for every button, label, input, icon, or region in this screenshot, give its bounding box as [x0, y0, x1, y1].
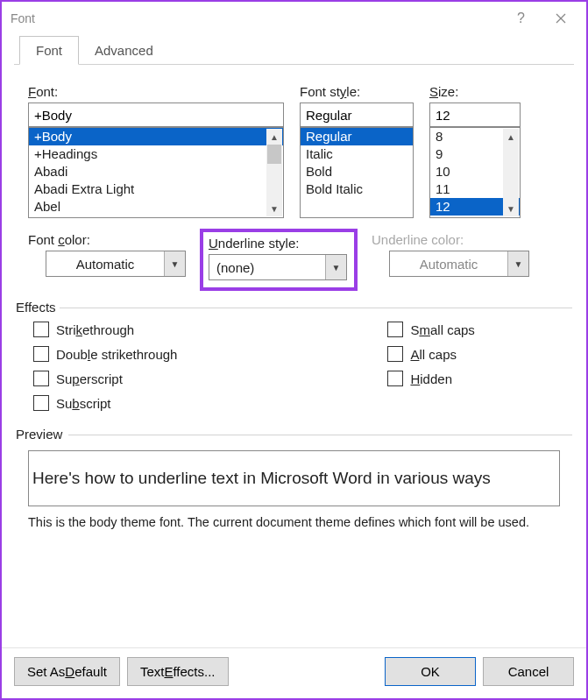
size-input[interactable] [429, 103, 521, 127]
underline-style-highlight: Underline style: (none) ▼ [200, 229, 358, 291]
scroll-thumb[interactable] [267, 145, 281, 164]
fontcolor-label: Font color: [28, 232, 186, 247]
allcaps-checkbox[interactable]: All caps [387, 346, 474, 362]
fontstyle-option-bolditalic[interactable]: Bold Italic [301, 180, 413, 198]
font-input[interactable] [28, 103, 284, 127]
font-option-body[interactable]: +Body [29, 128, 283, 145]
underlinestyle-combo[interactable]: (none) ▼ [209, 254, 347, 280]
strikethrough-checkbox[interactable]: Strikethrough [33, 322, 177, 337]
font-dialog: Font ? Font Advanced Font: +Body +Headin… [0, 0, 588, 700]
tab-strip: Font Advanced [2, 35, 586, 65]
underlinecolor-value: Automatic [390, 257, 507, 272]
chevron-down-icon: ▼ [507, 251, 528, 276]
svg-text:?: ? [517, 12, 525, 25]
tab-advanced[interactable]: Advanced [79, 37, 169, 64]
font-label: Font: [28, 84, 284, 99]
underlinecolor-label: Underline color: [372, 232, 529, 247]
effects-group-label: Effects [16, 300, 560, 315]
close-button[interactable] [541, 4, 581, 32]
scroll-up-icon[interactable]: ▲ [266, 129, 282, 145]
fontstyle-option-bold[interactable]: Bold [301, 163, 413, 180]
smallcaps-checkbox[interactable]: Small caps [387, 322, 474, 337]
superscript-checkbox[interactable]: Superscript [33, 371, 177, 386]
size-scrollbar[interactable]: ▲ ▼ [503, 129, 519, 216]
tab-font[interactable]: Font [19, 36, 79, 65]
set-as-default-button[interactable]: Set As Default [14, 657, 120, 686]
dialog-body: Font: +Body +Headings Abadi Abadi Extra … [2, 65, 586, 647]
preview-text: Here's how to underline text in Microsof… [32, 469, 491, 488]
scroll-down-icon[interactable]: ▼ [266, 201, 282, 216]
fontstyle-label: Font style: [300, 84, 414, 99]
font-listbox[interactable]: +Body +Headings Abadi Abadi Extra Light … [28, 127, 284, 218]
help-button[interactable]: ? [500, 4, 541, 32]
fontstyle-option-regular[interactable]: Regular [301, 128, 413, 145]
font-scrollbar[interactable]: ▲ ▼ [266, 129, 282, 216]
font-option-abadi[interactable]: Abadi [29, 163, 283, 180]
fontstyle-input[interactable] [300, 103, 414, 127]
preview-description: This is the body theme font. The current… [28, 515, 560, 529]
scroll-up-icon[interactable]: ▲ [503, 129, 519, 145]
dialog-footer: Set As Default Text Effects... OK Cancel [2, 647, 586, 698]
double-strikethrough-checkbox[interactable]: Double strikethrough [33, 346, 177, 362]
fontstyle-listbox[interactable]: Regular Italic Bold Bold Italic [300, 127, 414, 218]
underlinestyle-value: (none) [209, 260, 325, 275]
titlebar: Font ? [2, 2, 586, 35]
hidden-checkbox[interactable]: Hidden [387, 371, 474, 386]
font-option-headings[interactable]: +Headings [29, 145, 283, 163]
size-listbox[interactable]: 8 9 10 11 12 ▲ ▼ [429, 127, 521, 218]
font-option-abel[interactable]: Abel [29, 198, 283, 216]
fontcolor-combo[interactable]: Automatic ▼ [46, 251, 186, 277]
preview-box: Here's how to underline text in Microsof… [28, 450, 560, 506]
cancel-button[interactable]: Cancel [483, 657, 574, 686]
underlinecolor-combo: Automatic ▼ [389, 251, 529, 277]
text-effects-button[interactable]: Text Effects... [127, 657, 229, 686]
fontcolor-value: Automatic [46, 257, 164, 272]
scroll-down-icon[interactable]: ▼ [503, 201, 519, 216]
subscript-checkbox[interactable]: Subscript [33, 395, 177, 411]
size-label: Size: [429, 84, 521, 99]
font-option-abadi-extra-light[interactable]: Abadi Extra Light [29, 180, 283, 198]
window-title: Font [11, 11, 35, 25]
underlinestyle-label: Underline style: [209, 236, 349, 251]
preview-group-label: Preview [16, 427, 560, 442]
ok-button[interactable]: OK [385, 657, 476, 686]
chevron-down-icon[interactable]: ▼ [164, 251, 185, 276]
fontstyle-option-italic[interactable]: Italic [301, 145, 413, 163]
chevron-down-icon[interactable]: ▼ [325, 255, 346, 279]
